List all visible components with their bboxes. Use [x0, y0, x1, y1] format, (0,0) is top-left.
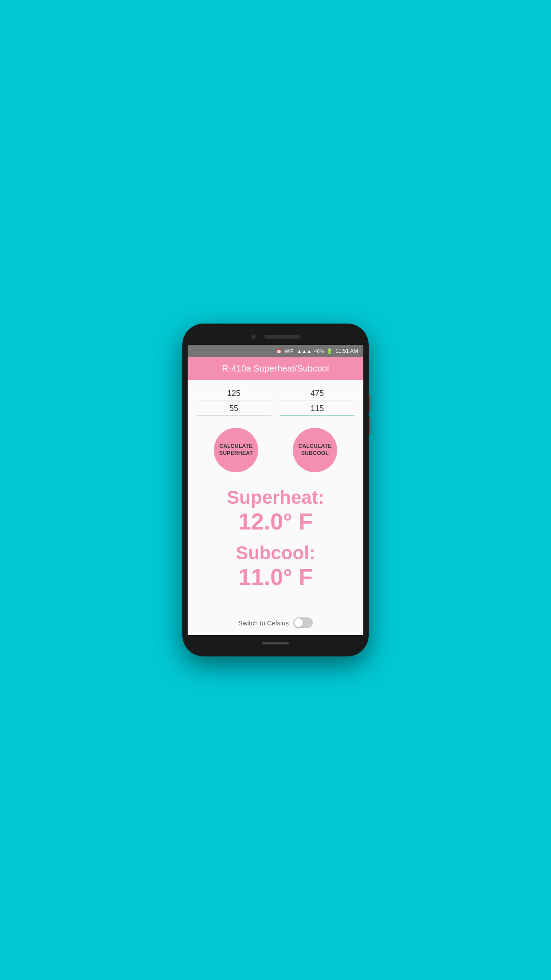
liquid-temp-input[interactable] — [280, 402, 354, 415]
calculate-subcool-button[interactable]: CALCULATESUBCOOL — [293, 428, 337, 472]
status-time: 11:51 AM — [335, 348, 358, 354]
celsius-switch-row: Switch to Celsius — [188, 612, 363, 635]
liquid-temp-group — [280, 402, 354, 415]
suction-pressure-group — [197, 387, 271, 400]
signal-icon: ▲▲▲ — [297, 348, 312, 354]
wifi-icon: WiFi — [285, 348, 295, 354]
alarm-icon: ⏰ — [276, 348, 282, 354]
battery-icon: 🔋 — [327, 348, 333, 354]
inputs-section — [188, 380, 363, 421]
suction-pressure-input[interactable] — [197, 387, 271, 400]
calculate-superheat-button[interactable]: CALCULATESUPERHEAT — [214, 428, 258, 472]
subcool-label: Subcool: — [197, 543, 354, 563]
subcool-value: 11.0° F — [197, 563, 354, 591]
screen: ⏰ WiFi ▲▲▲ 48% 🔋 11:51 AM R-410a Superhe… — [188, 345, 363, 635]
volume-down-button[interactable] — [369, 417, 370, 435]
celsius-toggle[interactable] — [293, 617, 313, 628]
superheat-value: 12.0° F — [197, 508, 354, 535]
phone-bottom-hardware — [188, 635, 363, 651]
suction-temp-group — [197, 402, 271, 415]
buttons-row: CALCULATESUPERHEAT CALCULATESUBCOOL — [188, 421, 363, 476]
side-buttons — [369, 395, 370, 435]
toggle-knob — [294, 618, 303, 627]
discharge-pressure-group — [280, 387, 354, 400]
suction-temp-input[interactable] — [197, 402, 271, 415]
phone-top-hardware — [188, 329, 363, 345]
phone-screen-area: ⏰ WiFi ▲▲▲ 48% 🔋 11:51 AM R-410a Superhe… — [188, 329, 363, 651]
app-title: R-410a Superheat/Subcool — [222, 364, 329, 373]
results-section: Superheat: 12.0° F Subcool: 11.0° F — [188, 476, 363, 612]
celsius-switch-label: Switch to Celsius — [238, 619, 289, 627]
app-header: R-410a Superheat/Subcool — [188, 357, 363, 380]
superheat-label: Superheat: — [197, 487, 354, 508]
camera — [251, 335, 256, 339]
app-content: CALCULATESUPERHEAT CALCULATESUBCOOL Supe… — [188, 380, 363, 635]
temp-row — [197, 402, 354, 415]
pressure-row — [197, 387, 354, 400]
status-bar: ⏰ WiFi ▲▲▲ 48% 🔋 11:51 AM — [188, 345, 363, 357]
home-bar — [262, 642, 289, 644]
phone-device: ⏰ WiFi ▲▲▲ 48% 🔋 11:51 AM R-410a Superhe… — [182, 324, 369, 656]
discharge-pressure-input[interactable] — [280, 387, 354, 400]
volume-up-button[interactable] — [369, 395, 370, 412]
speaker — [264, 335, 300, 339]
battery-percent: 48% — [314, 348, 324, 354]
